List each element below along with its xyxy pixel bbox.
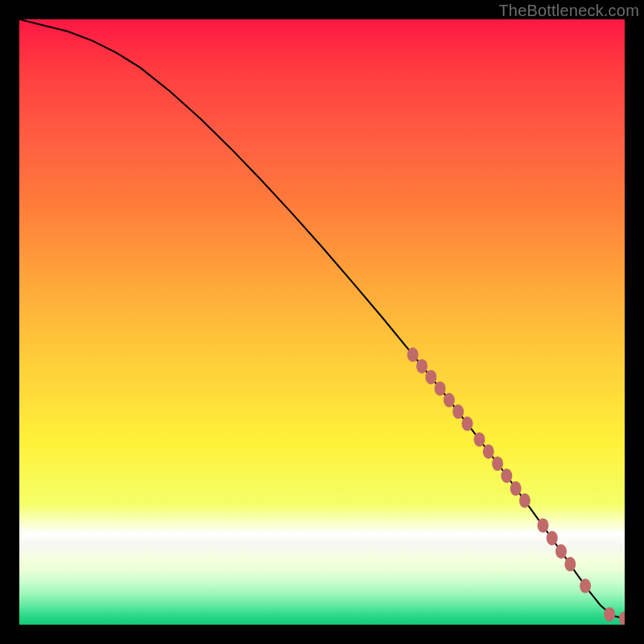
watermark-text: TheBottleneck.com xyxy=(498,2,639,20)
curve-canvas xyxy=(19,19,625,625)
chart-stage: TheBottleneck.com xyxy=(0,0,644,644)
plot-area xyxy=(19,19,625,625)
